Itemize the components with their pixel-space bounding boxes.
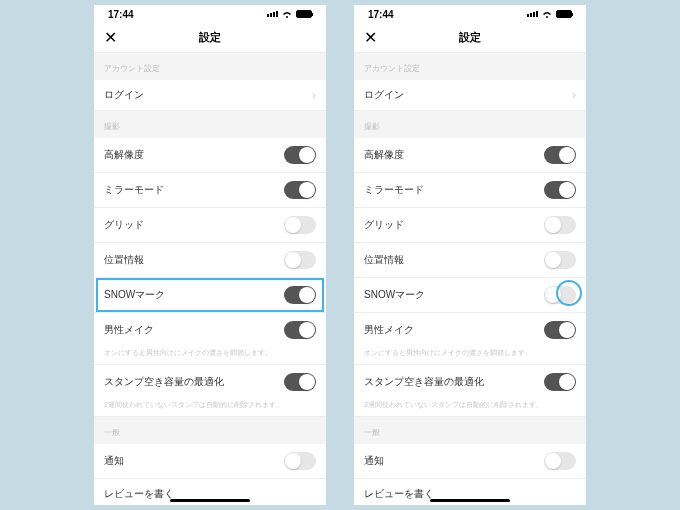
row-sub-stamp-opt: 2週間使われていないスタンプは自動的に削除されます。 <box>94 398 326 417</box>
row-label-mirror: ミラーモード <box>104 183 164 197</box>
toggle-grid[interactable] <box>284 216 316 234</box>
settings-content: アカウント設定 ログイン › 撮影 高解像度 ミラーモード グリッド 位置情報 … <box>354 53 586 505</box>
page-title: 設定 <box>199 30 221 45</box>
toggle-male-makeup[interactable] <box>284 321 316 339</box>
toggle-mirror[interactable] <box>284 181 316 199</box>
row-highres[interactable]: 高解像度 <box>354 138 586 173</box>
toggle-mirror[interactable] <box>544 181 576 199</box>
toggle-highres[interactable] <box>284 146 316 164</box>
row-label-highres: 高解像度 <box>104 148 144 162</box>
status-time: 17:44 <box>368 9 394 20</box>
toggle-notif[interactable] <box>284 452 316 470</box>
toggle-notif[interactable] <box>544 452 576 470</box>
status-bar: 17:44 <box>94 5 326 23</box>
row-label-mirror: ミラーモード <box>364 183 424 197</box>
row-label-notif: 通知 <box>104 454 124 468</box>
nav-bar: ✕ 設定 <box>354 23 586 53</box>
row-label-location: 位置情報 <box>364 253 404 267</box>
row-sub-male-makeup: オンにすると男性向けにメイクの濃さを調節します。 <box>94 346 326 365</box>
row-mirror[interactable]: ミラーモード <box>354 173 586 208</box>
status-bar: 17:44 <box>354 5 586 23</box>
row-label-login: ログイン <box>364 88 404 102</box>
toggle-location[interactable] <box>544 251 576 269</box>
phone-left: 17:44 ✕ 設定 アカウント設定 ログイン › 撮影 高解像度 ミラーモード… <box>94 5 326 505</box>
toggle-highres[interactable] <box>544 146 576 164</box>
wifi-icon <box>542 10 552 18</box>
row-label-male-makeup: 男性メイク <box>104 323 154 337</box>
settings-content: アカウント設定 ログイン › 撮影 高解像度 ミラーモード グリッド 位置情報 … <box>94 53 326 505</box>
row-label-highres: 高解像度 <box>364 148 404 162</box>
row-sub-stamp-opt: 2週間使われていないスタンプは自動的に削除されます。 <box>354 398 586 417</box>
row-male-makeup[interactable]: 男性メイク <box>354 313 586 347</box>
row-snowmark[interactable]: SNOWマーク <box>94 278 326 313</box>
section-header-shoot: 撮影 <box>354 111 586 138</box>
row-label-stamp-opt: スタンプ空き容量の最適化 <box>104 375 224 389</box>
close-icon[interactable]: ✕ <box>364 30 377 46</box>
row-stamp-opt[interactable]: スタンプ空き容量の最適化 <box>94 365 326 399</box>
section-header-shoot: 撮影 <box>94 111 326 138</box>
row-snowmark[interactable]: SNOWマーク <box>354 278 586 313</box>
section-header-general: 一般 <box>94 417 326 444</box>
battery-icon <box>556 10 572 18</box>
row-login[interactable]: ログイン › <box>94 80 326 111</box>
battery-icon <box>296 10 312 18</box>
wifi-icon <box>282 10 292 18</box>
row-label-grid: グリッド <box>104 218 144 232</box>
row-label-grid: グリッド <box>364 218 404 232</box>
status-indicators <box>267 10 312 18</box>
phone-right: 17:44 ✕ 設定 アカウント設定 ログイン › 撮影 高解像度 ミラーモード… <box>354 5 586 505</box>
nav-bar: ✕ 設定 <box>94 23 326 53</box>
status-time: 17:44 <box>108 9 134 20</box>
home-indicator <box>430 499 510 502</box>
row-label-location: 位置情報 <box>104 253 144 267</box>
close-icon[interactable]: ✕ <box>104 30 117 46</box>
row-label-stamp-opt: スタンプ空き容量の最適化 <box>364 375 484 389</box>
row-label-review: レビューを書く <box>104 487 174 501</box>
row-sub-male-makeup: オンにすると男性向けにメイクの濃さを調節します。 <box>354 346 586 365</box>
status-indicators <box>527 10 572 18</box>
toggle-snowmark[interactable] <box>284 286 316 304</box>
row-stamp-opt[interactable]: スタンプ空き容量の最適化 <box>354 365 586 399</box>
row-notif[interactable]: 通知 <box>354 444 586 479</box>
page-title: 設定 <box>459 30 481 45</box>
row-male-makeup[interactable]: 男性メイク <box>94 313 326 347</box>
row-grid[interactable]: グリッド <box>94 208 326 243</box>
row-location[interactable]: 位置情報 <box>94 243 326 278</box>
section-header-account: アカウント設定 <box>354 53 586 80</box>
chevron-right-icon: › <box>312 88 316 102</box>
toggle-grid[interactable] <box>544 216 576 234</box>
row-login[interactable]: ログイン › <box>354 80 586 111</box>
row-grid[interactable]: グリッド <box>354 208 586 243</box>
toggle-stamp-opt[interactable] <box>284 373 316 391</box>
signal-icon <box>267 11 278 17</box>
row-highres[interactable]: 高解像度 <box>94 138 326 173</box>
section-header-account: アカウント設定 <box>94 53 326 80</box>
row-mirror[interactable]: ミラーモード <box>94 173 326 208</box>
home-indicator <box>170 499 250 502</box>
row-label-review: レビューを書く <box>364 487 434 501</box>
row-label-male-makeup: 男性メイク <box>364 323 414 337</box>
toggle-location[interactable] <box>284 251 316 269</box>
section-header-general: 一般 <box>354 417 586 444</box>
toggle-stamp-opt[interactable] <box>544 373 576 391</box>
row-label-login: ログイン <box>104 88 144 102</box>
row-label-notif: 通知 <box>364 454 384 468</box>
row-notif[interactable]: 通知 <box>94 444 326 479</box>
toggle-male-makeup[interactable] <box>544 321 576 339</box>
row-location[interactable]: 位置情報 <box>354 243 586 278</box>
toggle-snowmark[interactable] <box>544 286 576 304</box>
chevron-right-icon: › <box>572 88 576 102</box>
signal-icon <box>527 11 538 17</box>
row-label-snowmark: SNOWマーク <box>104 288 165 302</box>
row-label-snowmark: SNOWマーク <box>364 288 425 302</box>
